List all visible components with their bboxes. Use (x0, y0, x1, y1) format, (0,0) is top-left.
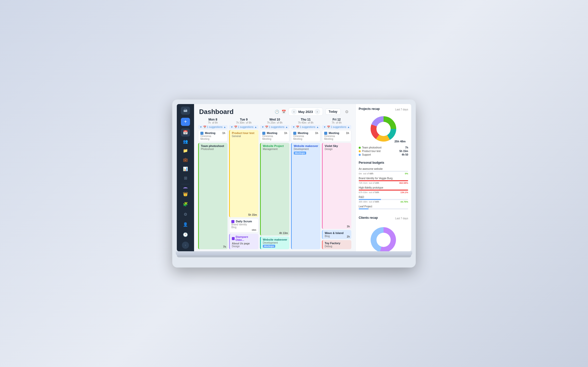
day-col-wed: Meeting 1h Ominimia Meeting Website Proj… (260, 130, 289, 249)
main-content: Dashboard 🕐 📅 ‹ May 2023 › Today ⚙ (194, 104, 355, 251)
clients-recap-period: Last 7 days (395, 217, 408, 220)
date-nav: ‹ May 2023 › (288, 108, 323, 116)
profile-icon[interactable]: 👤 (181, 220, 190, 229)
toy-factory-card[interactable]: Toy Factory Debug (322, 240, 351, 249)
svg-point-0 (376, 122, 391, 136)
briefcase-icon[interactable]: 💼 (181, 156, 190, 164)
card-icon (200, 132, 203, 135)
today-button[interactable]: Today (325, 109, 341, 115)
legend-value: 7h (405, 146, 408, 149)
legend-item: Team photoshoot 7h (359, 146, 408, 149)
laptop-bottom-bar (177, 255, 411, 257)
clients-total: 9h (402, 251, 406, 251)
svg-point-1 (376, 233, 391, 247)
right-panel: Projects recap Last 7 days (355, 104, 411, 251)
card-icon (293, 132, 296, 135)
suggestion-label: 📅 1 suggestions (327, 126, 347, 128)
clients-recap-title: Clients recap (359, 216, 378, 220)
sidebar: 🏔 + 📅 👥 📁 💼 📊 ⊞ � (177, 104, 194, 251)
clients-pie-container: 9h (359, 225, 408, 251)
page-title: Dashboard (199, 108, 234, 116)
header: Dashboard 🕐 📅 ‹ May 2023 › Today ⚙ (194, 104, 355, 118)
projects-recap-title: Projects recap (359, 107, 380, 111)
clock-icon: 🕐 (275, 110, 279, 114)
budgets-title: Personal budgets (359, 161, 384, 164)
suggestion-label: 📅 1 suggestions (296, 126, 316, 128)
folder-icon[interactable]: 📁 (181, 147, 190, 155)
stampare-card[interactable]: Stampare Obbi... About Us page Design (229, 234, 258, 249)
website-makeover-thu-card[interactable]: Website makeover Development Mockups (291, 143, 320, 249)
legend-value: 4h 50 (402, 153, 408, 156)
legend-dot-blue (359, 154, 361, 156)
budget-awesome-website: An awesome website 0m out of 68h 0% (359, 168, 408, 175)
suggestion-thu[interactable]: ▼ 📅 1 suggestions ▲ (291, 125, 320, 129)
projects-recap-header: Projects recap Last 7 days (359, 107, 408, 112)
projects-recap-period: Last 7 days (395, 108, 408, 111)
suggestion-wed[interactable]: ▼ 📅 1 suggestions ▲ (260, 125, 289, 129)
day-header-mon: Mon 8 7h of 8h (198, 118, 228, 124)
suggestion-tue[interactable]: ▼ 📅 1 suggestions ▲ (229, 125, 258, 129)
legend-dot-green (359, 147, 361, 149)
day-col-tue: Product tour test General 5h 15m Daily S… (229, 130, 258, 249)
violet-sky-card[interactable]: Violet Sky Design 3h (322, 143, 351, 229)
layers-icon[interactable]: ⊞ (181, 174, 190, 182)
calendar-area: Mon 8 7h of 8h Tue 9 7h 30m of 8h Wed 10… (194, 118, 355, 251)
chart-icon[interactable]: 📊 (181, 165, 190, 173)
product-tour-card[interactable]: Product tour test General 5h 15m (229, 130, 258, 217)
budget-bar (359, 199, 381, 200)
budget-leaf: Leaf Project (359, 205, 408, 210)
projects-legend: Team photoshoot 7h Product tour test 5h … (359, 146, 408, 157)
laptop-frame: 🏔 + 📅 👥 📁 💼 📊 ⊞ � (172, 99, 416, 268)
meeting-card-thu[interactable]: Meeting 1h Ominimia Meeting (291, 130, 320, 142)
sidebar-collapse[interactable]: › (182, 242, 189, 249)
card-icon (231, 220, 234, 223)
budget-bar (359, 190, 408, 191)
header-controls: 🕐 📅 ‹ May 2023 › Today ⚙ (275, 108, 350, 116)
card-icon (324, 132, 327, 135)
settings-icon[interactable]: ⚙ (181, 210, 190, 219)
legend-label: Support (362, 153, 402, 156)
budget-brand-identity: Brand Identity for Veggie Burg. 72h 31m … (359, 177, 408, 184)
calendar-icon[interactable]: 📅 (181, 128, 190, 137)
projects-pie-chart (368, 114, 399, 144)
suggestion-label: 📅 1 suggestions (203, 126, 223, 128)
day-header-wed: Wed 10 7h 25m of 8h (260, 118, 289, 124)
meeting-card-mon[interactable]: Meeting 1h Ominimia Meeting (198, 130, 228, 142)
team-photoshoot-card[interactable]: Team photoshoot Photoshoot 7h (198, 143, 228, 249)
meeting-card-wed[interactable]: Meeting 1h Ominimia Meeting (260, 130, 289, 142)
projects-pie-container: 25h 48m (359, 114, 408, 144)
legend-label: Team photoshoot (362, 146, 405, 149)
legend-dot-yellow (359, 150, 361, 152)
meeting-card-fri[interactable]: Meeting 1h Ominimia Meeting (322, 130, 351, 142)
current-date: May 2023 (298, 110, 313, 114)
day-columns: Meeting 1h Ominimia Meeting Team photosh… (198, 130, 351, 249)
suggestion-fri[interactable]: ▼ 📅 1 suggestions ▲ (322, 125, 351, 129)
day-header-tue: Tue 9 7h 30m of 8h (229, 118, 258, 124)
suggestions-row: ▼ 📅 1 suggestions ▲ ▼ 📅 1 suggestions ▲ … (198, 125, 351, 129)
sidebar-bottom: 👑 🧩 ⚙ 👤 🕐 › (181, 189, 190, 249)
prev-arrow[interactable]: ‹ (291, 109, 297, 114)
wave-island-card[interactable]: Wave & Island Blog 2h (322, 230, 351, 239)
budget-bar (359, 208, 369, 209)
history-icon[interactable]: 🕐 (181, 230, 190, 239)
add-button[interactable]: + (181, 118, 190, 126)
crown-icon[interactable]: 👑 (181, 189, 190, 198)
website-makeover-wed-card[interactable]: Website makeover Development Mockups (260, 237, 289, 249)
avatar[interactable] (182, 187, 189, 188)
settings-icon[interactable]: ⚙ (343, 108, 350, 115)
next-arrow[interactable]: › (315, 109, 320, 114)
budget-rd: R&D 35h 48m out of 80h 44.75% (359, 196, 408, 203)
suggestion-mon[interactable]: ▼ 📅 1 suggestions ▲ (198, 125, 228, 129)
app-logo: 🏔 (181, 107, 190, 115)
divider (181, 184, 189, 184)
clients-recap-header: Clients recap Last 7 days (359, 216, 408, 221)
website-project-card[interactable]: Website Project Management 4h 13m (260, 143, 289, 236)
day-headers: Mon 8 7h of 8h Tue 9 7h 30m of 8h Wed 10… (198, 118, 351, 124)
daily-scrum-card[interactable]: Daily Scrum Brand Identity Blog 15m (229, 218, 258, 233)
legend-value: 5h 15m (400, 150, 408, 153)
integrations-icon[interactable]: 🧩 (181, 199, 190, 209)
people-icon[interactable]: 👥 (181, 138, 190, 146)
budgets-header: Personal budgets (359, 161, 408, 165)
day-header-fri: Fri 12 7h of 8h (322, 118, 351, 124)
legend-label: Product tour test (362, 150, 400, 153)
